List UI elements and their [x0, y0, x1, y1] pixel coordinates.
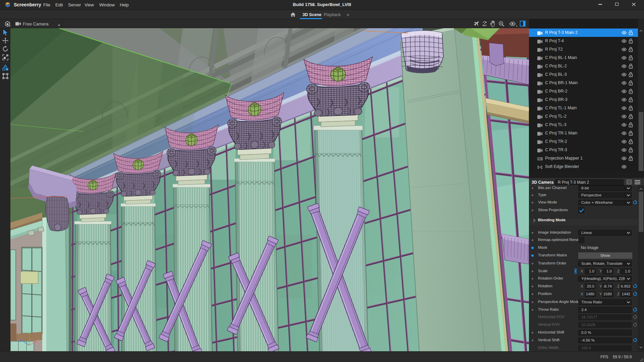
- svg-text:Z: Z: [18, 339, 21, 343]
- svg-text:X: X: [35, 339, 37, 343]
- svg-text:Y: Y: [28, 332, 31, 336]
